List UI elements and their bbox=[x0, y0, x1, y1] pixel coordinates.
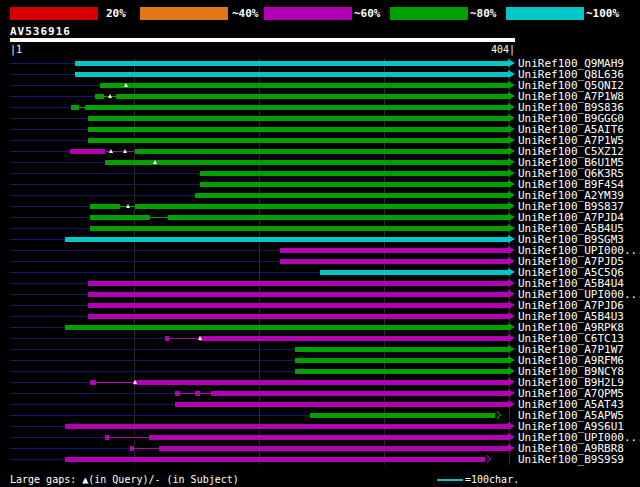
query-gap-marker-icon bbox=[133, 380, 137, 384]
alignment-bar[interactable] bbox=[175, 402, 509, 407]
query-span-line bbox=[10, 294, 88, 295]
alignment-bar[interactable] bbox=[135, 149, 509, 154]
query-span-line bbox=[10, 283, 88, 284]
alignment-bar[interactable] bbox=[280, 259, 509, 264]
arrowhead-icon bbox=[508, 378, 515, 386]
query-span-line bbox=[10, 250, 280, 251]
scale-start-label: |1 bbox=[10, 44, 22, 55]
subject-gap-line bbox=[180, 393, 195, 394]
query-span-line bbox=[10, 371, 295, 372]
color-key-swatch-1 bbox=[10, 7, 98, 20]
alignment-bar[interactable] bbox=[90, 226, 509, 231]
alignment-plot: UniRef100_Q9MAH9UniRef100_Q8L636UniRef10… bbox=[10, 58, 640, 465]
query-span-line bbox=[10, 239, 65, 240]
arrowhead-icon bbox=[508, 224, 515, 232]
alignment-bar[interactable] bbox=[130, 446, 509, 451]
alignment-bar[interactable] bbox=[88, 281, 509, 286]
alignment-bar[interactable] bbox=[295, 347, 509, 352]
alignment-bar[interactable] bbox=[88, 314, 509, 319]
alignment-bar[interactable] bbox=[90, 204, 509, 209]
arrowhead-icon bbox=[508, 246, 515, 254]
alignment-bar[interactable] bbox=[310, 413, 495, 418]
alignment-bar[interactable] bbox=[105, 160, 509, 165]
color-key-swatch-3 bbox=[264, 7, 352, 20]
alignment-bar[interactable] bbox=[295, 369, 509, 374]
query-gap-marker-icon bbox=[126, 204, 130, 208]
query-span-line bbox=[10, 261, 280, 262]
color-key-label: ~80% bbox=[470, 8, 497, 20]
alignment-bar[interactable] bbox=[200, 171, 509, 176]
alignment-bar[interactable] bbox=[65, 424, 509, 429]
alignment-bar[interactable] bbox=[75, 61, 509, 66]
query-span-line bbox=[10, 96, 95, 97]
arrowhead-icon bbox=[508, 147, 515, 155]
arrowhead-icon bbox=[508, 103, 515, 111]
query-span-line bbox=[10, 118, 88, 119]
query-span-line bbox=[10, 382, 90, 383]
query-name: AV536916 bbox=[10, 25, 71, 38]
subject-gap-line bbox=[169, 338, 199, 339]
color-key-label: 20% bbox=[106, 8, 126, 20]
alignment-bar[interactable] bbox=[88, 292, 509, 297]
query-span-line bbox=[10, 184, 200, 185]
query-span-line bbox=[10, 404, 175, 405]
footer: Large gaps: ▲(in Query)/- (in Subject) =… bbox=[0, 472, 640, 487]
arrowhead-icon bbox=[508, 125, 515, 133]
alignment-row: UniRef100_B9S9S9 bbox=[10, 454, 640, 465]
alignment-bar[interactable] bbox=[65, 457, 485, 462]
alignment-bar[interactable] bbox=[95, 94, 509, 99]
arrowhead-icon bbox=[508, 59, 515, 67]
query-span-line bbox=[10, 228, 90, 229]
subject-gap-line bbox=[109, 437, 149, 438]
query-gap-marker-icon bbox=[153, 160, 157, 164]
alignment-bar[interactable] bbox=[70, 149, 105, 154]
alignment-bar[interactable] bbox=[65, 325, 509, 330]
query-gap-marker-icon bbox=[123, 149, 127, 153]
arrowhead-icon bbox=[508, 169, 515, 177]
arrowhead-icon bbox=[508, 389, 515, 397]
query-span-line bbox=[10, 173, 200, 174]
subject-gap-line bbox=[150, 217, 168, 218]
arrowhead-icon bbox=[508, 257, 515, 265]
query-span-line bbox=[10, 129, 88, 130]
arrowhead-icon bbox=[508, 70, 515, 78]
arrowhead-icon bbox=[508, 356, 515, 364]
alignment-bar[interactable] bbox=[88, 116, 509, 121]
query-span-line bbox=[10, 63, 75, 64]
arrowhead-icon bbox=[508, 235, 515, 243]
alignment-bar[interactable] bbox=[105, 435, 509, 440]
alignment-bar[interactable] bbox=[88, 138, 509, 143]
query-span-line bbox=[10, 151, 70, 152]
arrowhead-icon bbox=[508, 114, 515, 122]
query-gap-marker-icon bbox=[109, 149, 113, 153]
alignment-bar[interactable] bbox=[90, 380, 509, 385]
alignment-bar[interactable] bbox=[88, 303, 509, 308]
alignment-bar[interactable] bbox=[295, 358, 509, 363]
subject-gap-line bbox=[96, 382, 134, 383]
arrowhead-icon bbox=[508, 279, 515, 287]
hit-label[interactable]: UniRef100_B9S9S9 bbox=[518, 455, 624, 465]
query-span-line bbox=[10, 393, 175, 394]
color-key-swatch-4 bbox=[390, 7, 468, 20]
query-span-line bbox=[10, 85, 100, 86]
query-span-line bbox=[10, 448, 130, 449]
query-span-line bbox=[10, 349, 295, 350]
alignment-bar[interactable] bbox=[65, 237, 509, 242]
alignment-bar[interactable] bbox=[200, 182, 509, 187]
alignment-bar[interactable] bbox=[195, 193, 509, 198]
alignment-bar[interactable] bbox=[280, 248, 509, 253]
alignment-bar[interactable] bbox=[100, 83, 509, 88]
query-ruler bbox=[10, 38, 515, 42]
scale-legend-line-icon bbox=[437, 479, 463, 481]
arrowhead-icon bbox=[508, 345, 515, 353]
arrowhead-icon bbox=[508, 400, 515, 408]
query-span-line bbox=[10, 272, 320, 273]
alignment-bar[interactable] bbox=[71, 105, 509, 110]
arrowhead-icon bbox=[508, 334, 515, 342]
alignment-bar[interactable] bbox=[175, 391, 509, 396]
alignment-bar[interactable] bbox=[320, 270, 509, 275]
alignment-bar[interactable] bbox=[88, 127, 509, 132]
alignment-bar[interactable] bbox=[165, 336, 509, 341]
arrowhead-icon bbox=[508, 444, 515, 452]
alignment-bar[interactable] bbox=[75, 72, 509, 77]
